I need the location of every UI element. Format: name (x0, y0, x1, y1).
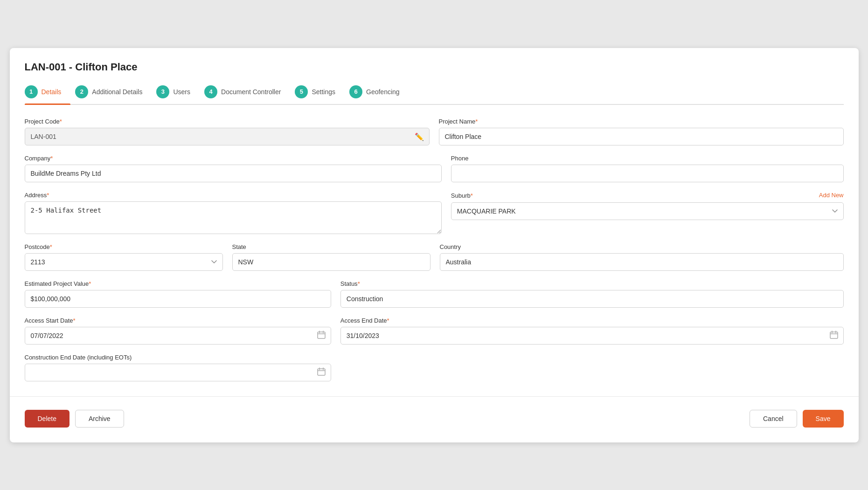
label-state: State (232, 243, 431, 250)
tab-users-label: Users (173, 88, 190, 96)
group-project-code: Project Code* ✏️ (25, 118, 430, 145)
group-status: Status* (340, 280, 844, 308)
group-estimated-value: Estimated Project Value* (25, 280, 331, 308)
project-code-input[interactable] (25, 128, 430, 145)
tab-details[interactable]: 1 Details (25, 82, 71, 104)
group-construction-end: Construction End Date (including EOTs) (25, 354, 331, 381)
footer-buttons: Delete Archive Cancel Save (25, 410, 844, 428)
address-input[interactable]: 2-5 Halifax Street (25, 201, 442, 234)
access-start-wrapper (25, 327, 331, 345)
main-container: LAN-001 - Clifton Place 1 Details 2 Addi… (10, 48, 859, 442)
project-code-wrapper: ✏️ (25, 128, 430, 145)
row-value-status: Estimated Project Value* Status* (25, 280, 844, 308)
tab-document-controller-label: Document Controller (221, 88, 281, 96)
tab-details-label: Details (42, 88, 62, 96)
label-access-start: Access Start Date* (25, 317, 331, 324)
label-phone: Phone (451, 155, 844, 162)
group-address: Address* 2-5 Halifax Street (25, 192, 442, 234)
save-button[interactable]: Save (803, 410, 844, 428)
group-suburb: Suburb* Add New MACQUARIE PARK (451, 192, 844, 220)
group-access-start: Access Start Date* (25, 317, 331, 345)
footer-left-buttons: Delete Archive (25, 410, 124, 428)
edit-icon[interactable]: ✏️ (415, 132, 424, 141)
row-construction-end: Construction End Date (including EOTs) (25, 354, 844, 381)
status-input[interactable] (340, 290, 844, 308)
label-company: Company* (25, 155, 442, 162)
tab-settings[interactable]: 5 Settings (295, 82, 345, 104)
delete-button[interactable]: Delete (25, 410, 69, 428)
tab-circle-5: 5 (295, 85, 308, 98)
access-end-input[interactable] (340, 327, 844, 345)
construction-end-input[interactable] (25, 364, 331, 381)
tab-document-controller[interactable]: 4 Document Controller (204, 82, 290, 104)
access-end-wrapper (340, 327, 844, 345)
tabs-bar: 1 Details 2 Additional Details 3 Users 4… (25, 82, 844, 105)
tab-circle-1: 1 (25, 85, 38, 98)
label-access-end: Access End Date* (340, 317, 844, 324)
archive-button[interactable]: Archive (75, 410, 124, 428)
label-suburb: Suburb* (451, 192, 473, 199)
label-project-code: Project Code* (25, 118, 430, 125)
row-postcode: Postcode* 2113 State Country (25, 243, 844, 271)
postcode-select[interactable]: 2113 (25, 253, 223, 271)
access-start-input[interactable] (25, 327, 331, 345)
add-new-link[interactable]: Add New (819, 192, 844, 199)
tab-additional-details-label: Additional Details (92, 88, 142, 96)
group-access-end: Access End Date* (340, 317, 844, 345)
group-company: Company* (25, 155, 442, 182)
group-project-name: Project Name* (439, 118, 844, 145)
tab-geofencing[interactable]: 6 Geofencing (349, 82, 409, 104)
group-country: Country (440, 243, 844, 271)
row-company: Company* Phone (25, 155, 844, 182)
country-input[interactable] (440, 253, 844, 271)
form-section: Project Code* ✏️ Project Name* Company* (25, 118, 844, 381)
page-title: LAN-001 - Clifton Place (25, 61, 844, 73)
group-state: State (232, 243, 431, 271)
estimated-value-input[interactable] (25, 290, 331, 308)
tab-circle-2: 2 (75, 85, 88, 98)
tab-circle-3: 3 (156, 85, 169, 98)
suburb-label-row: Suburb* Add New (451, 192, 844, 200)
label-postcode: Postcode* (25, 243, 223, 250)
tab-settings-label: Settings (312, 88, 335, 96)
label-status: Status* (340, 280, 844, 287)
construction-end-wrapper (25, 364, 331, 381)
group-postcode: Postcode* 2113 (25, 243, 223, 271)
tab-geofencing-label: Geofencing (366, 88, 400, 96)
label-project-name: Project Name* (439, 118, 844, 125)
state-input[interactable] (232, 253, 431, 271)
company-input[interactable] (25, 165, 442, 182)
row-project: Project Code* ✏️ Project Name* (25, 118, 844, 145)
label-estimated-value: Estimated Project Value* (25, 280, 331, 287)
label-address: Address* (25, 192, 442, 199)
row-dates: Access Start Date* Ac (25, 317, 844, 345)
cancel-button[interactable]: Cancel (750, 410, 797, 428)
tab-additional-details[interactable]: 2 Additional Details (75, 82, 152, 104)
phone-input[interactable] (451, 165, 844, 182)
label-construction-end: Construction End Date (including EOTs) (25, 354, 331, 361)
group-phone: Phone (451, 155, 844, 182)
tab-circle-4: 4 (204, 85, 217, 98)
footer-right-buttons: Cancel Save (750, 410, 844, 428)
suburb-select[interactable]: MACQUARIE PARK (451, 202, 844, 220)
row-address: Address* 2-5 Halifax Street Suburb* Add … (25, 192, 844, 234)
tab-users[interactable]: 3 Users (156, 82, 200, 104)
tab-circle-6: 6 (349, 85, 362, 98)
project-name-input[interactable] (439, 128, 844, 145)
label-country: Country (440, 243, 844, 250)
